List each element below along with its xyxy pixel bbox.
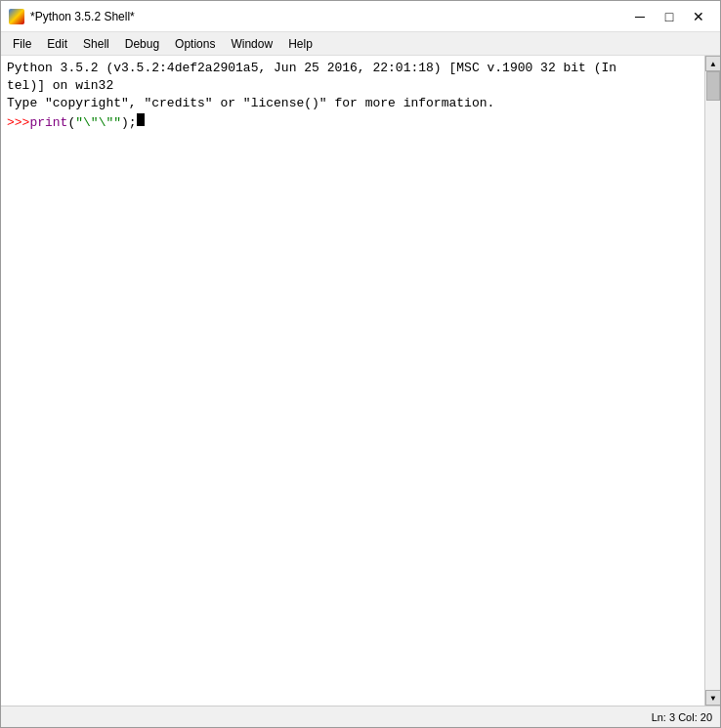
menu-shell[interactable]: Shell xyxy=(75,35,117,53)
code-keyword: print xyxy=(29,114,67,132)
close-button[interactable]: ✕ xyxy=(685,3,712,30)
scroll-thumb[interactable] xyxy=(706,71,720,101)
scroll-thumb-area xyxy=(705,71,720,690)
info-line-3: Type "copyright", "credits" or "license(… xyxy=(7,95,699,112)
code-close-paren: ); xyxy=(121,114,137,132)
menu-window[interactable]: Window xyxy=(223,35,280,53)
info-line-2: tel)] on win32 xyxy=(7,77,699,95)
prompt-symbol: >>> xyxy=(7,114,29,132)
code-string: "\"\"" xyxy=(75,114,121,132)
title-bar: *Python 3.5.2 Shell* ─ □ ✕ xyxy=(1,1,720,32)
maximize-button[interactable]: □ xyxy=(656,3,683,30)
window-controls: ─ □ ✕ xyxy=(626,3,712,30)
menu-debug[interactable]: Debug xyxy=(117,35,167,53)
content-wrapper: Python 3.5.2 (v3.5.2:4def2a2901a5, Jun 2… xyxy=(1,56,720,706)
status-bar: Ln: 3 Col: 20 xyxy=(1,706,720,727)
info-line-1: Python 3.5.2 (v3.5.2:4def2a2901a5, Jun 2… xyxy=(7,60,699,77)
text-cursor xyxy=(137,113,145,126)
menu-options[interactable]: Options xyxy=(167,35,223,53)
code-open-paren: ( xyxy=(67,114,75,132)
shell-output[interactable]: Python 3.5.2 (v3.5.2:4def2a2901a5, Jun 2… xyxy=(1,56,704,706)
scroll-up-button[interactable]: ▲ xyxy=(705,56,720,71)
cursor-position: Ln: 3 Col: 20 xyxy=(652,711,712,723)
menu-file[interactable]: File xyxy=(5,35,39,53)
minimize-button[interactable]: ─ xyxy=(626,3,654,30)
window-icon xyxy=(9,9,24,24)
menu-help[interactable]: Help xyxy=(280,35,320,53)
window-title: *Python 3.5.2 Shell* xyxy=(30,10,626,23)
prompt-line[interactable]: >>> print("\"\""); xyxy=(7,113,699,132)
menu-edit[interactable]: Edit xyxy=(39,35,75,53)
vertical-scrollbar[interactable]: ▲ ▼ xyxy=(704,56,720,706)
python-shell-window: *Python 3.5.2 Shell* ─ □ ✕ File Edit She… xyxy=(0,0,721,728)
menu-bar: File Edit Shell Debug Options Window Hel… xyxy=(1,32,720,56)
scroll-down-button[interactable]: ▼ xyxy=(705,690,720,706)
